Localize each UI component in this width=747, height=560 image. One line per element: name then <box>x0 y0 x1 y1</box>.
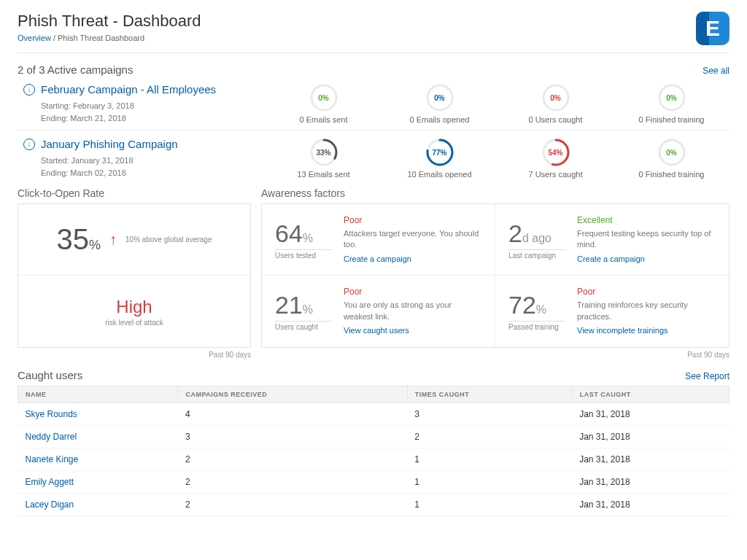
page-title: Phish Threat - Dashboard <box>18 12 201 31</box>
risk-sub: risk level of attack <box>105 319 163 327</box>
last-caught: Jan 31, 2018 <box>572 493 729 516</box>
aw-action-link[interactable]: Create a campaign <box>344 254 411 263</box>
progress-donut: 54% <box>541 138 570 167</box>
progress-donut: 0% <box>425 83 454 112</box>
aw-value: 21 <box>275 291 303 319</box>
aw-desc: Frequent testing keeps security top of m… <box>577 228 716 251</box>
aw-sub: Users caught <box>275 321 332 331</box>
campaign-stat: 0% 0 Emails sent <box>269 83 379 124</box>
awareness-cell: 72% Passed training Poor Training reinfo… <box>495 276 729 347</box>
progress-donut: 0% <box>309 83 338 112</box>
stat-caption: 0 Emails opened <box>385 115 495 124</box>
last-caught: Jan 31, 2018 <box>572 470 729 493</box>
risk-level: High <box>116 297 152 317</box>
table-row[interactable]: Emily Aggett 2 1 Jan 31, 2018 <box>18 470 729 493</box>
campaigns-received: 2 <box>178 493 407 516</box>
aw-value: 64 <box>275 219 303 247</box>
last-caught: Jan 31, 2018 <box>572 425 729 448</box>
times-caught: 2 <box>407 425 572 448</box>
table-header: TIMES CAUGHT <box>407 386 572 402</box>
aw-rating: Poor <box>344 214 481 227</box>
stat-caption: 0 Emails sent <box>269 115 379 124</box>
table-header: LAST CAUGHT <box>572 386 729 402</box>
aw-desc: Training reinforces key security practic… <box>577 300 716 322</box>
see-report-link[interactable]: See Report <box>685 371 729 381</box>
campaign-stat: 0% 0 Finished training <box>617 83 727 124</box>
user-name[interactable]: Lacey Digan <box>18 493 178 516</box>
times-caught: 1 <box>407 448 572 470</box>
table-header: NAME <box>18 386 178 402</box>
last-caught: Jan 31, 2018 <box>572 448 729 470</box>
user-name[interactable]: Neddy Darrel <box>18 425 178 448</box>
campaign-stat: 0% 0 Finished training <box>617 138 727 179</box>
times-caught: 1 <box>407 493 572 516</box>
campaign-stat: 0% 0 Emails opened <box>385 83 495 124</box>
times-caught: 3 <box>407 402 572 425</box>
campaign-meta: Starting: February 3, 2018Ending: March … <box>41 100 266 124</box>
clock-icon <box>23 84 35 96</box>
campaign-stat: 0% 0 Users caught <box>501 83 611 124</box>
campaigns-received: 2 <box>178 470 407 493</box>
aw-sub: Users tested <box>275 249 332 260</box>
cto-panel: 35% ↑ 10% above global average High risk… <box>18 203 251 348</box>
aw-desc: Attackers target everyone. You should to… <box>344 228 481 251</box>
progress-donut: 77% <box>425 138 454 167</box>
arrow-up-icon: ↑ <box>109 231 117 248</box>
table-row[interactable]: Skye Rounds 4 3 Jan 31, 2018 <box>18 402 729 425</box>
aw-value: 72 <box>508 291 536 319</box>
progress-donut: 33% <box>309 138 338 167</box>
stat-caption: 0 Users caught <box>501 115 611 124</box>
stat-caption: 13 Emails sent <box>269 170 379 179</box>
campaign-meta: Started: January 31, 2018Ending: March 0… <box>41 155 266 179</box>
aw-rating: Poor <box>344 286 481 298</box>
campaign-link[interactable]: January Phishing Campaign <box>41 138 178 150</box>
aw-action-link[interactable]: View caught users <box>344 326 409 335</box>
user-name[interactable]: Skye Rounds <box>18 402 178 425</box>
cto-title: Click-to-Open Rate <box>18 187 251 199</box>
progress-donut: 0% <box>657 138 686 167</box>
table-row[interactable]: Lacey Digan 2 1 Jan 31, 2018 <box>18 493 729 516</box>
aw-sub: Passed training <box>508 321 565 331</box>
awareness-cell: 2d ago Last campaign Excellent Frequent … <box>495 204 729 276</box>
caught-title: Caught users <box>18 369 82 381</box>
aw-action-link[interactable]: View incomplete trainings <box>577 326 668 335</box>
aw-rating: Excellent <box>577 214 716 227</box>
stat-caption: 7 Users caught <box>501 170 611 179</box>
campaigns-received: 3 <box>178 425 407 448</box>
aw-value: 2 <box>508 219 522 247</box>
aw-sub: Last campaign <box>508 249 565 260</box>
cto-footer: Past 90 days <box>18 351 251 359</box>
progress-donut: 0% <box>541 83 570 112</box>
brand-logo: E <box>696 12 729 45</box>
campaign-stat: 33% 13 Emails sent <box>269 138 379 179</box>
last-caught: Jan 31, 2018 <box>572 402 729 425</box>
campaigns-received: 2 <box>178 448 407 470</box>
awareness-cell: 64% Users tested Poor Attackers target e… <box>262 204 495 276</box>
times-caught: 1 <box>407 470 572 493</box>
cto-note: 10% above global average <box>125 236 212 244</box>
campaign-stat: 54% 7 Users caught <box>501 138 611 179</box>
aw-rating: Poor <box>577 286 716 298</box>
campaign-link[interactable]: February Campaign - All Employees <box>41 83 216 96</box>
user-name[interactable]: Emily Aggett <box>18 470 178 493</box>
campaign-stat: 77% 10 Emails opened <box>385 138 495 179</box>
awareness-panel: 64% Users tested Poor Attackers target e… <box>261 203 729 348</box>
aw-action-link[interactable]: Create a campaign <box>577 254 645 263</box>
campaign-row: February Campaign - All Employees Starti… <box>18 76 729 131</box>
clock-icon <box>23 139 35 150</box>
breadcrumb-current: Phish Threat Dashboard <box>58 34 144 42</box>
breadcrumb-root[interactable]: Overview <box>18 34 51 42</box>
caught-users-table: NAMECAMPAIGNS RECEIVEDTIMES CAUGHTLAST C… <box>18 386 729 516</box>
stat-caption: 0 Finished training <box>617 170 727 179</box>
see-all-link[interactable]: See all <box>703 66 729 76</box>
campaigns-received: 4 <box>178 402 407 425</box>
aw-desc: You are only as strong as your weakest l… <box>344 300 481 322</box>
table-row[interactable]: Nanete Kinge 2 1 Jan 31, 2018 <box>18 448 729 470</box>
campaigns-summary: 2 of 3 Active campaigns <box>18 63 133 76</box>
cto-value: 35% <box>57 223 101 256</box>
table-header: CAMPAIGNS RECEIVED <box>178 386 407 402</box>
table-row[interactable]: Neddy Darrel 3 2 Jan 31, 2018 <box>18 425 729 448</box>
user-name[interactable]: Nanete Kinge <box>18 448 178 470</box>
progress-donut: 0% <box>657 83 686 112</box>
campaign-row: January Phishing Campaign Started: Janua… <box>18 131 729 184</box>
